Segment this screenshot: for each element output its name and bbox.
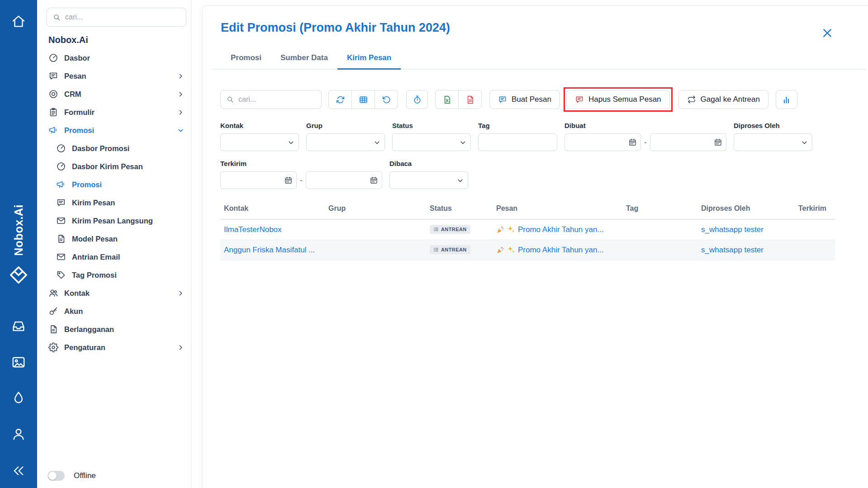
table-search-input[interactable] — [238, 95, 316, 104]
col-header-status[interactable]: Status — [426, 200, 493, 219]
diproses-oleh-link[interactable]: s_whatsapp tester — [701, 246, 764, 254]
tag-icon — [56, 270, 66, 280]
contact-link[interactable]: Anggun Friska Masifatul ... — [224, 246, 315, 254]
sidebar-item-model-pesan[interactable]: Model Pesan — [47, 230, 186, 248]
filter-dibaca: Dibaca — [389, 160, 468, 189]
sidebar-item-promosi-sub[interactable]: Promosi — [47, 175, 186, 194]
sidebar-item-akun[interactable]: Akun — [47, 302, 186, 320]
sidebar-item-dasbor[interactable]: Dasbor — [47, 49, 186, 67]
chevron-down-icon — [177, 127, 185, 134]
grup-select[interactable] — [306, 133, 385, 151]
tab-kirim-pesan[interactable]: Kirim Pesan — [337, 47, 401, 70]
queue-list-icon — [433, 247, 439, 252]
sidebar-item-promosi[interactable]: Promosi — [47, 121, 186, 139]
sidebar-item-dasbor-kirim-pesan[interactable]: Dasbor Kirim Pesan — [47, 157, 186, 175]
inbox-icon[interactable] — [11, 318, 26, 334]
sidebar-title: Nobox.Ai — [48, 35, 186, 45]
chevron-down-icon — [373, 139, 381, 147]
paint-drop-icon[interactable] — [11, 390, 26, 406]
schedule-button[interactable] — [406, 90, 428, 109]
app-rail: Nobox.Ai — [0, 0, 37, 488]
collapse-sidebar-icon[interactable] — [11, 463, 26, 479]
chart-button[interactable] — [776, 90, 797, 109]
table-row[interactable]: Anggun Friska Masifatul ... ANTREAN Prom… — [220, 240, 835, 260]
table-row[interactable]: IlmaTesterNobox ANTREAN Promo Akhir Tahu… — [220, 219, 835, 240]
col-header-kontak[interactable]: Kontak — [220, 200, 325, 219]
calendar-icon[interactable] — [714, 138, 722, 147]
calendar-icon[interactable] — [284, 176, 293, 185]
filter-kontak: Kontak — [220, 122, 299, 151]
hapus-semua-pesan-button[interactable]: Hapus Semua Pesan — [566, 90, 670, 109]
grup-cell — [325, 240, 426, 260]
sidebar-item-label: Pengaturan — [64, 343, 177, 352]
col-header-diproses-oleh[interactable]: Diproses Oleh — [697, 200, 795, 219]
filter-terkirim: Terkirim - — [220, 160, 382, 189]
sidebar-item-crm[interactable]: CRM — [47, 85, 186, 103]
diproses-oleh-select[interactable] — [734, 133, 812, 151]
col-header-tag[interactable]: Tag — [622, 200, 697, 219]
kontak-select[interactable] — [220, 133, 299, 151]
filter-diproses-oleh: Diproses Oleh — [734, 122, 812, 151]
status-select[interactable] — [392, 133, 471, 151]
calendar-icon[interactable] — [370, 176, 378, 185]
calendar-icon[interactable] — [628, 138, 637, 147]
sidebar-item-kirim-pesan[interactable]: Kirim Pesan — [47, 194, 186, 212]
reset-button[interactable] — [375, 90, 398, 109]
tab-bar: Promosi Sumber Data Kirim Pesan — [213, 47, 867, 70]
sidebar-item-kontak[interactable]: Kontak — [47, 284, 186, 302]
sidebar-item-kirim-pesan-langsung[interactable]: Kirim Pesan Langsung — [47, 212, 186, 230]
sidebar-item-pesan[interactable]: Pesan — [47, 67, 186, 85]
export-excel-button[interactable] — [435, 90, 459, 109]
image-icon[interactable] — [11, 355, 26, 370]
diproses-oleh-link[interactable]: s_whatsapp tester — [701, 225, 764, 234]
filter-label: Grup — [306, 122, 385, 129]
users-icon — [48, 288, 58, 298]
status-badge-label: ANTREAN — [441, 247, 467, 252]
status-badge: ANTREAN — [430, 225, 470, 234]
chevron-right-icon — [177, 289, 185, 297]
tab-sumber-data[interactable]: Sumber Data — [271, 47, 337, 70]
offline-toggle[interactable] — [47, 471, 65, 481]
home-icon[interactable] — [11, 14, 26, 29]
sidebar-item-label: Antrian Email — [72, 253, 186, 261]
sidebar-item-label: Berlangganan — [64, 325, 186, 334]
filter-label: Tag — [478, 122, 557, 129]
sidebar-item-tag-promosi[interactable]: Tag Promosi — [47, 266, 186, 284]
col-header-pesan[interactable]: Pesan — [493, 200, 622, 219]
sidebar-item-label: Tag Promosi — [72, 271, 186, 280]
tab-promosi[interactable]: Promosi — [221, 47, 271, 70]
sidebar-item-dasbor-promosi[interactable]: Dasbor Promosi — [47, 139, 186, 157]
tag-input[interactable] — [478, 133, 557, 151]
dibaca-select[interactable] — [389, 171, 468, 189]
col-header-terkirim[interactable]: Terkirim — [795, 200, 835, 219]
dibuat-from — [564, 133, 641, 151]
sidebar-item-label: Akun — [64, 307, 186, 316]
sidebar-item-label: Dasbor Promosi — [72, 144, 186, 153]
status-badge-label: ANTREAN — [441, 227, 467, 232]
pesan-link[interactable]: Promo Akhir Tahun yan... — [518, 246, 604, 255]
key-icon — [48, 306, 58, 316]
sidebar-item-berlangganan[interactable]: Berlangganan — [47, 320, 186, 338]
user-icon[interactable] — [11, 426, 26, 442]
export-pdf-button[interactable] — [458, 90, 482, 109]
toolbar: Buat Pesan Hapus Semua Pesan Gagal ke An… — [220, 87, 867, 112]
sidebar-item-antrian-email[interactable]: Antrian Email — [47, 248, 186, 266]
pdf-file-icon — [465, 95, 475, 104]
sidebar-item-label: Promosi — [72, 180, 186, 189]
rail-brand: Nobox.Ai — [0, 204, 37, 285]
sidebar-item-formulir[interactable]: Formulir — [47, 103, 186, 121]
megaphone-icon — [48, 125, 58, 135]
contact-link[interactable]: IlmaTesterNobox — [224, 225, 282, 234]
buat-pesan-button[interactable]: Buat Pesan — [489, 90, 560, 109]
sidebar-item-pengaturan[interactable]: Pengaturan — [47, 338, 186, 356]
gagal-ke-antrean-button[interactable]: Gagal ke Antrean — [678, 90, 768, 109]
hapus-semua-pesan-label: Hapus Semua Pesan — [588, 95, 661, 104]
refresh-button[interactable] — [328, 90, 352, 109]
table-view-button[interactable] — [351, 90, 375, 109]
col-header-grup[interactable]: Grup — [325, 200, 426, 219]
close-icon[interactable] — [821, 27, 834, 39]
pesan-link[interactable]: Promo Akhir Tahun yan... — [518, 225, 604, 234]
table-header-row: Kontak Grup Status Pesan Tag Diproses Ol… — [220, 200, 835, 219]
sidebar-search-input[interactable] — [65, 13, 180, 21]
message-icon — [498, 95, 507, 104]
